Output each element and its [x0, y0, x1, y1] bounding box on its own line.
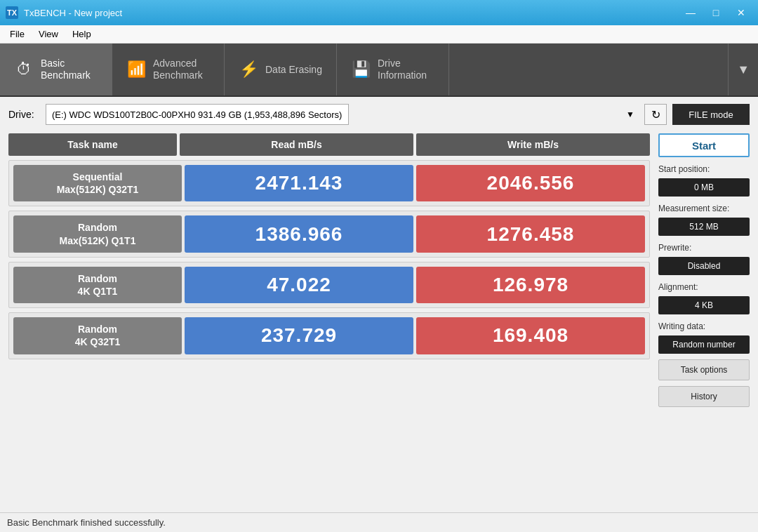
benchmark-area: Task name Read mB/s Write mB/s Sequentia…	[8, 133, 750, 505]
tab-basic-benchmark[interactable]: ⏱ Basic Benchmark	[0, 44, 112, 95]
write-value-3: 169.408	[416, 317, 645, 354]
advanced-benchmark-icon: 📶	[126, 60, 146, 79]
prewrite-label: Prewrite:	[658, 243, 750, 253]
header-task-name: Task name	[8, 133, 177, 156]
data-erasing-icon: ⚡	[239, 60, 258, 79]
data-erasing-label: Data Erasing	[265, 64, 322, 76]
maximize-button[interactable]: □	[705, 3, 727, 22]
start-button[interactable]: Start	[658, 133, 750, 157]
advanced-benchmark-label-line2: Benchmark	[153, 69, 203, 81]
drive-row: Drive: (E:) WDC WDS100T2B0C-00PXH0 931.4…	[8, 104, 750, 125]
file-mode-button[interactable]: FILE mode	[672, 104, 750, 125]
alignment-value: 4 KB	[658, 296, 750, 314]
drive-label: Drive:	[8, 109, 40, 120]
table-row: Random 4K Q32T1 237.729 169.408	[8, 312, 650, 359]
close-button[interactable]: ✕	[730, 3, 752, 22]
tab-drive-information[interactable]: 💾 Drive Information	[337, 44, 449, 95]
read-value-3: 237.729	[185, 317, 413, 354]
minimize-button[interactable]: —	[679, 3, 702, 22]
task-label-1: Random Max(512K) Q1T1	[13, 215, 182, 252]
task-options-button[interactable]: Task options	[658, 359, 750, 380]
header-read: Read mB/s	[180, 133, 413, 156]
table-row: Sequential Max(512K) Q32T1 2471.143 2046…	[8, 160, 650, 206]
read-value-2: 47.022	[185, 267, 413, 303]
menu-file[interactable]: File	[3, 27, 32, 41]
drive-information-label-line1: Drive	[378, 58, 427, 69]
prewrite-value: Disabled	[658, 257, 750, 275]
basic-benchmark-icon: ⏱	[14, 60, 34, 79]
task-label-2: Random 4K Q1T1	[13, 267, 182, 303]
window-title: TxBENCH - New project	[24, 8, 122, 18]
tab-data-erasing[interactable]: ⚡ Data Erasing	[225, 44, 337, 95]
right-panel: Start Start position: 0 MB Measurement s…	[658, 133, 750, 505]
table-row: Random Max(512K) Q1T1 1386.966 1276.458	[8, 211, 650, 257]
start-position-label: Start position:	[658, 164, 750, 174]
read-value-0: 2471.143	[185, 165, 413, 201]
measurement-size-value: 512 MB	[658, 218, 750, 236]
results-table: Task name Read mB/s Write mB/s Sequentia…	[8, 133, 650, 505]
drive-refresh-button[interactable]: ↻	[644, 104, 667, 125]
write-value-2: 126.978	[416, 267, 645, 303]
drive-select[interactable]: (E:) WDC WDS100T2B0C-00PXH0 931.49 GB (1…	[46, 104, 349, 125]
header-write: Write mB/s	[416, 133, 650, 156]
drive-information-icon: 💾	[351, 60, 371, 79]
drive-select-arrow-icon: ▼	[626, 109, 634, 119]
start-position-value: 0 MB	[658, 178, 750, 197]
advanced-benchmark-label-line1: Advanced	[153, 58, 203, 69]
basic-benchmark-label-line2: Benchmark	[41, 69, 91, 81]
write-value-0: 2046.556	[416, 165, 645, 201]
results-header: Task name Read mB/s Write mB/s	[8, 133, 650, 156]
drive-information-label-line2: Information	[378, 69, 427, 81]
menu-help[interactable]: Help	[65, 27, 98, 41]
menu-bar: File View Help	[0, 25, 758, 44]
basic-benchmark-label-line1: Basic	[41, 58, 91, 69]
status-message: Basic Benchmark finished successfully.	[7, 517, 166, 528]
menu-view[interactable]: View	[32, 27, 65, 41]
writing-data-value: Random number	[658, 335, 750, 354]
status-bar: Basic Benchmark finished successfully.	[0, 512, 758, 532]
writing-data-label: Writing data:	[658, 321, 750, 331]
alignment-label: Alignment:	[658, 282, 750, 292]
drive-select-wrapper: (E:) WDC WDS100T2B0C-00PXH0 931.49 GB (1…	[46, 104, 639, 125]
table-row: Random 4K Q1T1 47.022 126.978	[8, 262, 650, 308]
tab-advanced-benchmark[interactable]: 📶 Advanced Benchmark	[112, 44, 225, 95]
title-bar: TX TxBENCH - New project — □ ✕	[0, 0, 758, 25]
task-label-0: Sequential Max(512K) Q32T1	[13, 165, 182, 201]
toolbar-dropdown-button[interactable]: ▼	[728, 44, 758, 95]
measurement-size-label: Measurement size:	[658, 204, 750, 213]
task-label-3: Random 4K Q32T1	[13, 317, 182, 354]
toolbar: ⏱ Basic Benchmark 📶 Advanced Benchmark ⚡…	[0, 44, 758, 97]
read-value-1: 1386.966	[185, 215, 413, 252]
write-value-1: 1276.458	[416, 215, 645, 252]
main-content: Drive: (E:) WDC WDS100T2B0C-00PXH0 931.4…	[0, 97, 758, 512]
history-button[interactable]: History	[658, 386, 750, 407]
app-icon: TX	[6, 6, 18, 19]
